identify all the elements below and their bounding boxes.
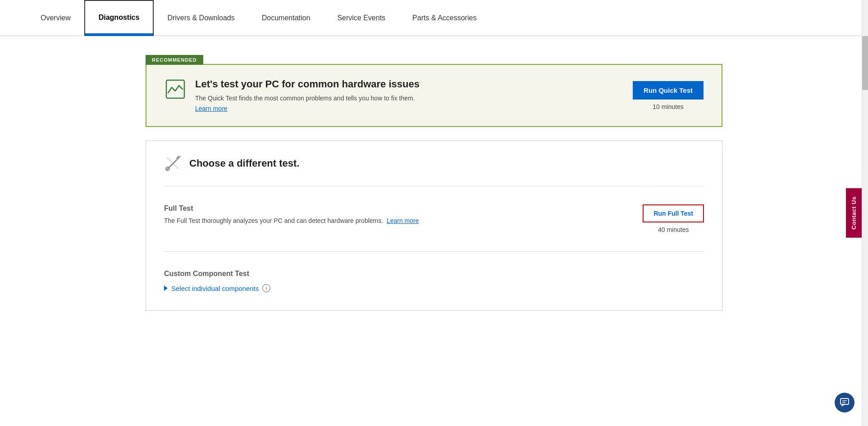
- select-components-label: Select individual components: [171, 285, 259, 292]
- main-content: RECOMMENDED Let's test your PC for commo…: [110, 36, 758, 329]
- custom-test-title: Custom Component Test: [164, 270, 704, 278]
- nav-documentation[interactable]: Documentation: [248, 0, 324, 36]
- full-test-description: The Full Test thoroughly analyzes your P…: [164, 217, 419, 224]
- full-test-row: Full Test The Full Test thoroughly analy…: [164, 195, 704, 242]
- contact-us-button[interactable]: Contact Us: [846, 188, 862, 238]
- main-nav: Overview Diagnostics Drivers & Downloads…: [0, 0, 868, 36]
- quick-test-time: 10 minutes: [653, 103, 683, 110]
- tools-icon: [164, 154, 182, 172]
- different-test-card: Choose a different test. Full Test The F…: [146, 140, 722, 311]
- pc-test-icon: [164, 78, 186, 100]
- recommended-learn-more-link[interactable]: Learn more: [195, 105, 228, 112]
- svg-rect-8: [841, 399, 849, 404]
- custom-component-section: Custom Component Test Select individual …: [164, 261, 704, 297]
- run-quick-test-button[interactable]: Run Quick Test: [633, 81, 704, 100]
- nav-overview[interactable]: Overview: [27, 0, 84, 36]
- run-full-test-button[interactable]: Run Full Test: [643, 204, 704, 222]
- recommended-card-left: Let's test your PC for common hardware i…: [164, 78, 615, 113]
- full-test-time: 40 minutes: [658, 226, 689, 233]
- recommended-card-text: Let's test your PC for common hardware i…: [195, 78, 420, 113]
- recommended-badge: RECOMMENDED: [146, 55, 203, 65]
- scrollbar[interactable]: [862, 0, 868, 426]
- recommended-section: RECOMMENDED Let's test your PC for commo…: [146, 54, 722, 127]
- nav-diagnostics[interactable]: Diagnostics: [84, 0, 154, 36]
- different-test-header: Choose a different test.: [164, 154, 704, 172]
- different-test-heading: Choose a different test.: [189, 158, 299, 169]
- recommended-card: Let's test your PC for common hardware i…: [146, 64, 722, 127]
- nav-parts[interactable]: Parts & Accessories: [399, 0, 490, 36]
- nav-service-events[interactable]: Service Events: [324, 0, 399, 36]
- nav-drivers[interactable]: Drivers & Downloads: [154, 0, 248, 36]
- chevron-right-icon: [164, 286, 168, 291]
- chat-button[interactable]: [835, 393, 854, 412]
- info-icon[interactable]: i: [262, 284, 270, 292]
- full-test-left: Full Test The Full Test thoroughly analy…: [164, 204, 419, 224]
- divider-full-test: [164, 186, 704, 186]
- full-test-title: Full Test: [164, 204, 419, 213]
- svg-rect-0: [166, 80, 184, 98]
- recommended-card-right: Run Quick Test 10 minutes: [633, 81, 704, 110]
- divider-custom-test: [164, 251, 704, 252]
- recommended-description: The Quick Test finds the most common pro…: [195, 95, 420, 102]
- scrollbar-thumb[interactable]: [862, 36, 868, 90]
- recommended-heading: Let's test your PC for common hardware i…: [195, 78, 420, 90]
- full-test-learn-more-link[interactable]: Learn more: [387, 217, 419, 224]
- select-individual-components-link[interactable]: Select individual components i: [164, 284, 704, 292]
- chat-icon: [840, 398, 850, 408]
- full-test-right: Run Full Test 40 minutes: [643, 204, 704, 233]
